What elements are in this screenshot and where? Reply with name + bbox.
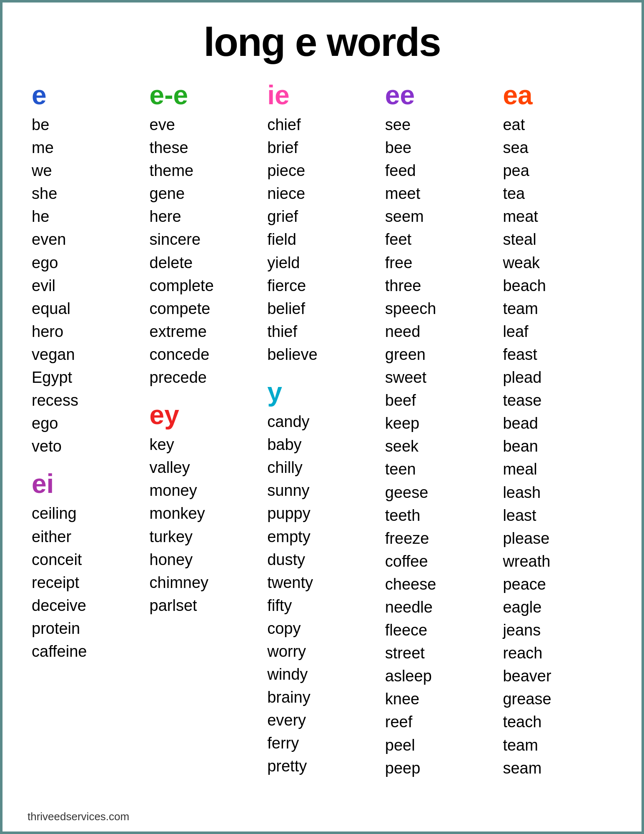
- list-item: team: [503, 297, 612, 320]
- section-header-e: e: [32, 82, 141, 108]
- list-item: parlset: [150, 594, 259, 617]
- list-item: leaf: [503, 320, 612, 343]
- list-item: niece: [267, 182, 377, 205]
- list-item: knee: [385, 688, 495, 711]
- list-item: even: [32, 228, 141, 251]
- list-item: leash: [503, 481, 612, 504]
- list-item: teen: [385, 458, 495, 481]
- list-item: valley: [150, 456, 259, 479]
- list-item: he: [32, 205, 141, 228]
- list-item: worry: [267, 640, 377, 663]
- list-item: chilly: [267, 456, 377, 479]
- list-item: caffeine: [32, 640, 141, 663]
- list-item: sweet: [385, 366, 495, 389]
- list-item: gene: [150, 182, 259, 205]
- list-item: beef: [385, 389, 495, 412]
- section-header-ey: ey: [150, 402, 259, 428]
- list-item: coffee: [385, 550, 495, 573]
- list-item: steal: [503, 228, 612, 251]
- page: long e words ebemewesheheevenegoevilequa…: [0, 0, 644, 834]
- list-item: eve: [150, 113, 259, 136]
- list-item: meet: [385, 182, 495, 205]
- list-item: tea: [503, 182, 612, 205]
- list-item: fierce: [267, 274, 377, 297]
- list-item: meal: [503, 458, 612, 481]
- list-item: ceiling: [32, 502, 141, 525]
- list-item: teach: [503, 711, 612, 734]
- word-list-ei: ceilingeitherconceitreceiptdeceiveprotei…: [32, 502, 141, 663]
- list-item: feed: [385, 159, 495, 182]
- list-item: bead: [503, 412, 612, 435]
- list-item: seam: [503, 757, 612, 780]
- list-item: compete: [150, 297, 259, 320]
- list-item: bee: [385, 136, 495, 159]
- word-list-ea: eatseapeateameatstealweakbeachteamleaffe…: [503, 113, 612, 780]
- word-list-e: bemewesheheevenegoevilequalheroveganEgyp…: [32, 113, 141, 458]
- list-item: every: [267, 709, 377, 732]
- list-item: meat: [503, 205, 612, 228]
- section-header-e-e: e-e: [150, 82, 259, 108]
- list-item: weak: [503, 251, 612, 274]
- list-item: windy: [267, 663, 377, 686]
- list-item: grease: [503, 688, 612, 711]
- list-item: thief: [267, 320, 377, 343]
- list-item: see: [385, 113, 495, 136]
- list-item: delete: [150, 251, 259, 274]
- list-item: equal: [32, 297, 141, 320]
- word-list-ee: seebeefeedmeetseemfeetfreethreespeechnee…: [385, 113, 495, 780]
- section-header-ie: ie: [267, 82, 377, 108]
- list-item: ego: [32, 412, 141, 435]
- list-item: these: [150, 136, 259, 159]
- list-item: hero: [32, 320, 141, 343]
- list-item: sincere: [150, 228, 259, 251]
- list-item: baby: [267, 433, 377, 456]
- list-item: monkey: [150, 502, 259, 525]
- list-item: please: [503, 527, 612, 550]
- list-item: wreath: [503, 550, 612, 573]
- list-item: protein: [32, 617, 141, 640]
- list-item: precede: [150, 366, 259, 389]
- list-item: beaver: [503, 665, 612, 688]
- list-item: Egypt: [32, 366, 141, 389]
- list-item: brief: [267, 136, 377, 159]
- list-item: reef: [385, 711, 495, 734]
- list-item: extreme: [150, 320, 259, 343]
- list-item: fleece: [385, 619, 495, 642]
- list-item: puppy: [267, 502, 377, 525]
- list-item: asleep: [385, 665, 495, 688]
- list-item: peel: [385, 734, 495, 757]
- list-item: dusty: [267, 548, 377, 571]
- list-item: peep: [385, 757, 495, 780]
- word-list-ie: chiefbriefpieceniecegrieffieldyieldfierc…: [267, 113, 377, 366]
- list-item: key: [150, 433, 259, 456]
- footer-text: thriveedservices.com: [28, 810, 129, 823]
- list-item: bean: [503, 435, 612, 458]
- list-item: belief: [267, 297, 377, 320]
- list-item: eat: [503, 113, 612, 136]
- column-1: e-eevethesethemegeneheresinceredeletecom…: [145, 82, 263, 630]
- list-item: ferry: [267, 732, 377, 755]
- word-list-ey: keyvalleymoneymonkeyturkeyhoneychimneypa…: [150, 433, 259, 617]
- list-item: seek: [385, 435, 495, 458]
- list-item: free: [385, 251, 495, 274]
- section-header-ei: ei: [32, 470, 141, 497]
- list-item: twenty: [267, 571, 377, 594]
- list-item: speech: [385, 297, 495, 320]
- list-item: freeze: [385, 527, 495, 550]
- list-item: ego: [32, 251, 141, 274]
- list-item: beach: [503, 274, 612, 297]
- list-item: field: [267, 228, 377, 251]
- list-item: green: [385, 343, 495, 366]
- list-item: pretty: [267, 755, 377, 778]
- list-item: jeans: [503, 619, 612, 642]
- list-item: brainy: [267, 686, 377, 709]
- list-item: peace: [503, 573, 612, 596]
- list-item: geese: [385, 481, 495, 504]
- list-item: three: [385, 274, 495, 297]
- list-item: piece: [267, 159, 377, 182]
- list-item: veto: [32, 435, 141, 458]
- list-item: reach: [503, 642, 612, 665]
- list-item: theme: [150, 159, 259, 182]
- section-header-ea: ea: [503, 82, 612, 108]
- list-item: me: [32, 136, 141, 159]
